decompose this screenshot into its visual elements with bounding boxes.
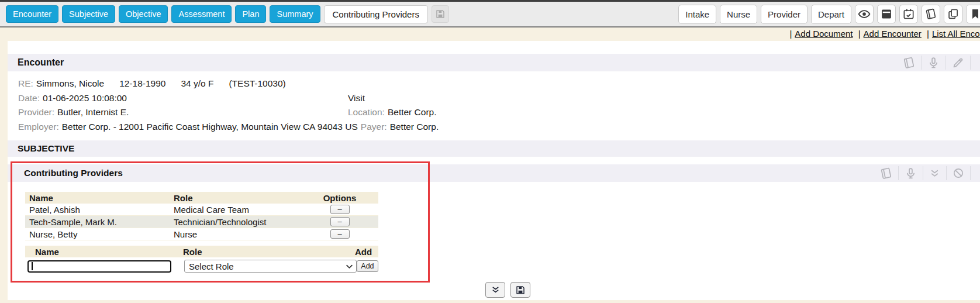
date-line: Date: 01-06-2025 10:08:00 Visit xyxy=(18,91,980,106)
table-row: Nurse, Betty Nurse – xyxy=(25,228,378,240)
text-caret xyxy=(32,262,33,270)
eye-icon xyxy=(858,8,871,20)
date-label: Date: xyxy=(18,93,40,104)
bookmark-button[interactable] xyxy=(966,5,980,23)
add-encounter-link[interactable]: Add Encounter xyxy=(864,29,922,39)
book-icon xyxy=(925,8,937,20)
list-all-encounters-link[interactable]: List All Encou xyxy=(932,29,980,39)
remove-provider-button[interactable]: – xyxy=(330,205,350,214)
save-form-button[interactable] xyxy=(432,5,449,23)
encounter-header-icons xyxy=(903,56,980,70)
collapse-chevrons-icon[interactable] xyxy=(929,168,940,179)
link-separator: | xyxy=(855,29,864,39)
encounter-section-title: Encounter xyxy=(18,57,64,68)
payer-value: Better Corp. xyxy=(390,122,439,132)
subjective-section-title: SUBJECTIVE xyxy=(18,143,74,154)
contributing-header-icons xyxy=(880,166,980,180)
contributing-providers-table: Name Role Options Patel, Ashish Medical … xyxy=(25,192,378,240)
role-select[interactable]: Select Role xyxy=(184,260,357,273)
encounter-links-row: |Add Document |Add Encounter |List All E… xyxy=(786,29,980,39)
remove-provider-button[interactable]: – xyxy=(330,229,350,239)
tab-summary[interactable]: Summary xyxy=(270,5,320,23)
add-role-header: Role xyxy=(174,247,355,257)
contributing-providers-title: Contributing Providers xyxy=(18,168,123,178)
icon-divider xyxy=(946,56,946,70)
encounter-document: Encounter RE: Simmons, Nicole 12-18-1990… xyxy=(8,41,980,300)
tab-assessment[interactable]: Assessment xyxy=(171,5,232,23)
book-icon[interactable] xyxy=(880,167,892,180)
patient-dob: 12-18-1990 xyxy=(119,78,165,89)
patient-line: RE: Simmons, Nicole 12-18-1990 34 y/o F … xyxy=(18,77,980,91)
save-section-button[interactable] xyxy=(510,282,530,298)
location-name: Better Corp. xyxy=(388,107,437,118)
save-icon xyxy=(515,285,526,295)
table-row: Tech-Sample, Mark M. Technician/Technolo… xyxy=(25,216,378,228)
save-icon xyxy=(435,9,446,19)
provider-name-cell: Nurse, Betty xyxy=(25,229,170,239)
patient-age-sex: 34 y/o F xyxy=(181,78,213,89)
provider-role-cell: Technician/Technologist xyxy=(170,217,301,227)
disable-circle-slash-icon[interactable] xyxy=(953,167,964,179)
tab-plan[interactable]: Plan xyxy=(235,5,266,23)
microphone-icon[interactable] xyxy=(905,167,917,180)
name-column-header: Name xyxy=(25,193,170,203)
depart-button[interactable]: Depart xyxy=(811,5,851,24)
provider-name-cell: Tech-Sample, Mark M. xyxy=(25,217,170,227)
microphone-icon[interactable] xyxy=(927,57,940,69)
remove-provider-button[interactable]: – xyxy=(330,217,350,226)
contributing-providers-header: Contributing Providers xyxy=(8,164,980,182)
provider-role-cell: Nurse xyxy=(170,229,301,239)
provider-button[interactable]: Provider xyxy=(761,5,808,24)
visit-type: Visit xyxy=(348,93,365,104)
provider-name: Butler, Internist E. xyxy=(57,107,129,118)
tab-encounter[interactable]: Encounter xyxy=(6,5,58,23)
add-column-header: Add xyxy=(355,247,378,257)
table-row: Patel, Ashish Medical Care Team – xyxy=(25,204,378,216)
add-provider-button[interactable]: Add xyxy=(357,260,378,272)
icon-divider xyxy=(921,56,922,70)
nurse-button[interactable]: Nurse xyxy=(720,5,757,24)
toolbar-left-group: Encounter Subjective Objective Assessmen… xyxy=(6,5,449,23)
book-icon[interactable] xyxy=(903,57,915,69)
archive-button[interactable] xyxy=(877,5,896,23)
duplicate-button[interactable] xyxy=(944,5,962,23)
edit-pencil-icon[interactable] xyxy=(952,57,964,69)
add-name-header: Name xyxy=(25,247,174,257)
table-header-row: Name Role Options xyxy=(25,192,378,204)
options-column-header: Options xyxy=(301,193,378,203)
encounter-date: 01-06-2025 10:08:00 xyxy=(43,93,127,104)
chart-button[interactable] xyxy=(922,5,940,23)
encounter-section-header: Encounter xyxy=(8,54,980,71)
top-toolbar: Encounter Subjective Objective Assessmen… xyxy=(0,0,980,27)
icon-divider xyxy=(970,56,971,70)
provider-name-input[interactable] xyxy=(27,260,171,273)
provider-line: Provider: Butler, Internist E. Location:… xyxy=(18,105,980,120)
icon-divider xyxy=(970,166,971,180)
employer-label: Employer: xyxy=(18,122,59,132)
calendar-check-icon xyxy=(903,8,915,20)
current-form-button[interactable]: Contributing Providers xyxy=(324,5,428,23)
icon-divider xyxy=(946,166,947,180)
add-provider-form-row: Select Role Add xyxy=(25,259,378,274)
link-separator: | xyxy=(786,29,795,39)
tab-objective[interactable]: Objective xyxy=(119,5,168,23)
double-chevron-down-icon xyxy=(491,285,501,295)
add-provider-header-row: Name Role Add xyxy=(25,246,378,257)
icon-divider xyxy=(923,166,923,180)
role-select-value: Select Role xyxy=(189,261,234,271)
copy-icon xyxy=(947,8,959,20)
view-button[interactable] xyxy=(855,5,874,23)
link-separator: | xyxy=(924,29,932,39)
provider-label: Provider: xyxy=(18,107,54,118)
tab-subjective[interactable]: Subjective xyxy=(62,5,115,23)
section-bottom-controls xyxy=(485,282,530,298)
provider-role-cell: Medical Care Team xyxy=(170,205,301,215)
bookmark-icon xyxy=(969,8,980,20)
schedule-button[interactable] xyxy=(899,5,918,23)
patient-name: Simmons, Nicole xyxy=(36,78,104,89)
add-document-link[interactable]: Add Document xyxy=(795,29,853,39)
expand-section-button[interactable] xyxy=(485,282,505,298)
intake-button[interactable]: Intake xyxy=(678,5,716,24)
location-label: Location: xyxy=(348,107,385,118)
inbox-icon xyxy=(881,8,892,20)
